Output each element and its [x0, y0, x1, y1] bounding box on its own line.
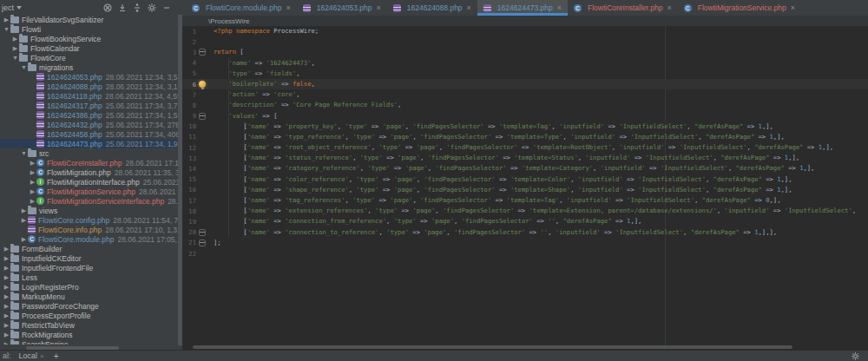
tree-row[interactable]: 1624624317.php25.06.2021 17:34, 3,71 kB …	[0, 101, 178, 110]
tab-close-icon[interactable]: ×	[667, 3, 671, 12]
tree-row[interactable]: FlowtiCore.info.php28.06.2021 17:10, 1,3…	[0, 225, 178, 234]
fold-box-icon[interactable]	[199, 113, 206, 120]
tree-row[interactable]: 1624624458.php25.06.2021 17:34, 406 B 25…	[0, 129, 178, 139]
terminal-tab-close-icon[interactable]: ×	[40, 352, 44, 360]
editor-tab[interactable]: CFlowtiMigrationService.php×	[678, 0, 801, 16]
chevron-right-icon[interactable]: ▶	[3, 244, 10, 253]
tree-row[interactable]: ▶FlowtiCore.config.php28.06.2021 11:54, …	[0, 215, 178, 225]
editor-tab[interactable]: 1624624053.php×	[297, 0, 387, 16]
chevron-right-icon[interactable]: ▶	[3, 263, 10, 272]
tree-row[interactable]: ▶IFlowtiMigrationInterface.php25.06.2021…	[0, 177, 178, 187]
terminal-settings-gear-icon[interactable]	[851, 351, 860, 361]
code-editor[interactable]: 12345678910111213141516171819202122 <?ph…	[182, 26, 868, 350]
tree-row[interactable]: 1624624473.php25.06.2021 17:34, 1,94 kB …	[0, 139, 178, 148]
editor-tab[interactable]: 1624624088.php×	[387, 0, 477, 16]
tree-row[interactable]: 1624624053.php28.06.2021 12:34, 3,53 kB …	[0, 72, 178, 82]
tree-row[interactable]: ▶FlowtiBookingService	[0, 34, 178, 43]
tree-row[interactable]: ▶ProcessExportProfile	[0, 311, 178, 320]
tab-close-icon[interactable]: ×	[467, 3, 471, 12]
fold-box-icon[interactable]	[199, 229, 206, 236]
chevron-right-icon[interactable]: ▶	[3, 15, 10, 24]
tree-row[interactable]: ▶Less	[0, 272, 178, 282]
chevron-right-icon[interactable]: ▶	[20, 215, 28, 225]
fold-marker-icon[interactable]	[196, 49, 208, 56]
tree-row[interactable]: ▶CFlowtiCoreInstaller.php28.06.2021 17:1…	[0, 158, 178, 167]
terminal-tab-local[interactable]: Local ×	[19, 351, 44, 360]
chevron-right-icon[interactable]: ▶	[20, 206, 28, 215]
tree-row[interactable]: ▶SearchEngine	[0, 339, 178, 345]
tree-row[interactable]: ▼FlowtiCore	[0, 53, 178, 62]
editor-tab[interactable]: CFlowtiCoreInstaller.php×	[568, 0, 678, 16]
chevron-right-icon[interactable]: ▶	[3, 292, 10, 301]
tree-row[interactable]: ▶CFlowtiMigration.php28.06.2021 11:35, 3…	[0, 167, 178, 177]
tab-close-icon[interactable]: ×	[377, 3, 381, 12]
lightbulb-icon[interactable]	[199, 81, 206, 88]
tree-row[interactable]: ▶RockMigrations	[0, 330, 178, 339]
tab-close-icon[interactable]: ×	[286, 3, 290, 12]
tree-row[interactable]: ▶FormBuilder	[0, 244, 178, 253]
tree-row[interactable]: ▶CFlowtiCore.module.php28.06.2021 17:05,…	[0, 234, 178, 244]
chevron-right-icon[interactable]: ▶	[3, 282, 10, 292]
code-token: =>	[270, 175, 285, 183]
tree-row[interactable]: 1624624088.php28.06.2021 12:34, 3,1 kB M…	[0, 82, 178, 91]
chevron-right-icon[interactable]: ▶	[20, 234, 28, 244]
code-token: ,	[352, 154, 360, 161]
fold-box-icon[interactable]	[199, 240, 206, 246]
tree-row[interactable]: ▶LoginRegisterPro	[0, 282, 178, 292]
hide-panel-icon[interactable]	[161, 3, 172, 13]
fold-box-icon[interactable]	[199, 49, 206, 56]
chevron-right-icon[interactable]: ▶	[29, 187, 36, 196]
tree-row[interactable]: ▶FlowtiCalendar	[0, 43, 178, 53]
chevron-right-icon[interactable]: ▶	[3, 272, 10, 282]
tree-item-label: 1624624317.php	[47, 102, 102, 110]
fold-marker-icon[interactable]	[196, 113, 208, 120]
chevron-right-icon[interactable]: ▶	[11, 34, 19, 43]
chevron-right-icon[interactable]: ▶	[3, 339, 10, 345]
tree-row[interactable]: 1624624386.php25.06.2021 17:34, 1,53 kB …	[0, 110, 178, 120]
chevron-right-icon[interactable]: ▶	[29, 196, 36, 206]
tree-row[interactable]: ▶CFlowtiMigrationService.php28.06.2021 1…	[0, 187, 178, 196]
chevron-down-icon[interactable]: ▼	[20, 148, 28, 158]
chevron-right-icon[interactable]: ▶	[11, 43, 19, 53]
editor-tab[interactable]: 1624624473.php×	[477, 0, 568, 16]
tab-close-icon[interactable]: ×	[791, 3, 795, 12]
chevron-down-icon[interactable]: ▼	[11, 53, 19, 62]
chevron-right-icon[interactable]: ▶	[3, 253, 10, 263]
tree-row[interactable]: ▼migrations	[0, 62, 178, 72]
scroll-from-source-icon[interactable]	[117, 3, 128, 13]
tab-close-icon[interactable]: ×	[557, 3, 562, 12]
chevron-right-icon[interactable]: ▶	[3, 330, 10, 339]
chevron-right-icon[interactable]: ▶	[29, 167, 36, 177]
chevron-right-icon[interactable]: ▶	[3, 301, 10, 311]
tree-row[interactable]: ▶RestrictTabView	[0, 320, 178, 330]
chevron-down-icon[interactable]: ▼	[3, 24, 10, 34]
chevron-right-icon[interactable]: ▶	[3, 320, 10, 330]
collapse-all-icon[interactable]	[132, 3, 142, 13]
chevron-right-icon[interactable]: ▶	[3, 311, 10, 320]
tree-row[interactable]: ▶views	[0, 206, 178, 215]
tree-row[interactable]: ▼src	[0, 148, 178, 158]
project-panel-title[interactable]: ject	[2, 3, 22, 12]
tree-row[interactable]: 1624624118.php28.06.2021 12:34, 4,59 kB …	[0, 91, 178, 101]
new-terminal-button[interactable]: +	[54, 351, 59, 361]
code-token: ,	[552, 122, 560, 130]
tree-row[interactable]: ▶IFlowtiMigrationServiceInterface.php28.…	[0, 196, 178, 206]
fold-marker-icon[interactable]	[196, 240, 208, 246]
tree-row[interactable]: ▶InputfieldCKEditor	[0, 253, 178, 263]
breadcrumb[interactable]: \ProcessWire	[208, 17, 250, 25]
tree-row[interactable]: ▼Flowti	[0, 24, 178, 34]
tree-row[interactable]: ▶InputfieldFrontendFile	[0, 263, 178, 272]
locate-file-icon[interactable]	[102, 3, 113, 13]
chevron-right-icon[interactable]: ▶	[29, 158, 36, 167]
tree-row[interactable]: ▶FileValidatorSvgSanitizer	[0, 15, 178, 24]
editor-tab[interactable]: CFlowtiCore.module.php×	[186, 0, 297, 16]
tree-row[interactable]: ▶MarkupMenu	[0, 292, 178, 301]
chevron-right-icon[interactable]: ▶	[29, 177, 36, 187]
chevron-down-icon[interactable]: ▼	[20, 62, 28, 72]
settings-gear-icon[interactable]	[147, 3, 157, 13]
tree-row[interactable]: ▶PasswordForceChange	[0, 301, 178, 311]
intention-bulb-icon[interactable]	[196, 81, 208, 88]
fold-marker-icon[interactable]	[196, 229, 208, 236]
editor-horizontal-scrollbar[interactable]	[193, 345, 792, 349]
tree-row[interactable]: 1624624432.php25.06.2021 17:34, 278 B To…	[0, 120, 178, 129]
